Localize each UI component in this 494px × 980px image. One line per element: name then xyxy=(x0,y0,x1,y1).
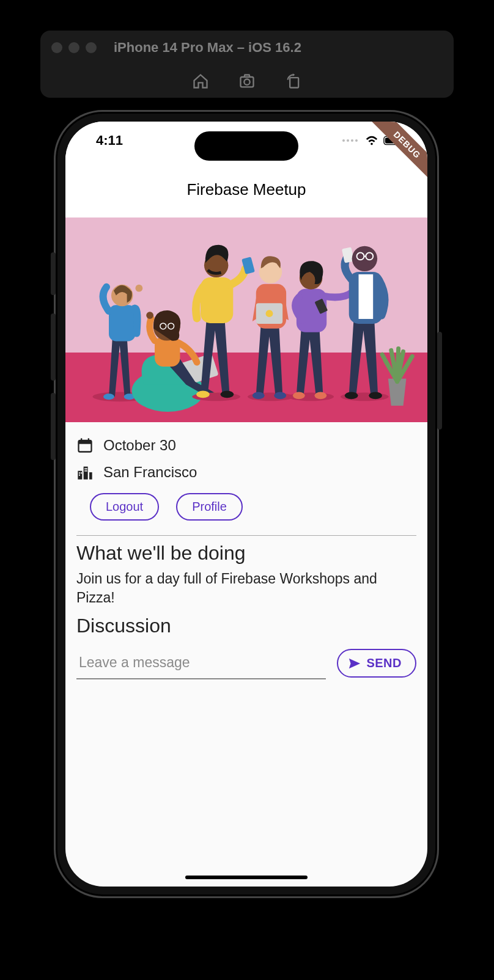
svg-point-38 xyxy=(293,392,305,399)
event-city-row: San Francisco xyxy=(76,459,416,486)
phone-screen: DEBUG 4:11 Firebase Meetup xyxy=(65,122,427,887)
app-title: Firebase Meetup xyxy=(65,159,427,218)
svg-point-1 xyxy=(244,79,249,84)
svg-point-44 xyxy=(352,246,377,271)
svg-point-15 xyxy=(146,312,153,319)
svg-rect-60 xyxy=(84,468,86,469)
section-body: Join us for a day full of Firebase Works… xyxy=(76,569,416,607)
svg-point-32 xyxy=(274,392,286,399)
svg-point-48 xyxy=(345,392,358,399)
volume-down-button xyxy=(51,393,56,460)
event-city: San Francisco xyxy=(103,464,197,481)
home-icon[interactable] xyxy=(192,73,209,90)
svg-rect-56 xyxy=(89,472,92,480)
screenshot-icon[interactable] xyxy=(238,73,256,90)
event-date-row: October 30 xyxy=(76,432,416,459)
svg-point-10 xyxy=(103,393,114,400)
send-label: SEND xyxy=(366,656,402,670)
svg-point-29 xyxy=(266,310,273,317)
svg-rect-58 xyxy=(81,472,82,474)
rotate-icon[interactable] xyxy=(285,73,302,90)
svg-rect-2 xyxy=(290,78,298,87)
send-button[interactable]: SEND xyxy=(337,649,416,678)
send-icon xyxy=(348,657,361,670)
message-row: SEND xyxy=(76,642,416,684)
svg-rect-61 xyxy=(86,468,87,469)
svg-rect-42 xyxy=(359,274,374,319)
window-traffic-lights[interactable] xyxy=(51,42,97,53)
svg-point-24 xyxy=(196,390,210,398)
message-input[interactable] xyxy=(76,647,326,678)
svg-rect-62 xyxy=(84,470,86,472)
volume-up-button xyxy=(51,313,56,381)
svg-point-49 xyxy=(369,392,382,399)
svg-rect-51 xyxy=(79,441,92,444)
svg-point-25 xyxy=(221,390,234,398)
cellular-icon xyxy=(342,139,358,142)
simulator-toolbar xyxy=(51,64,443,98)
simulator-title: iPhone 14 Pro Max – iOS 16.2 xyxy=(114,40,301,56)
svg-point-31 xyxy=(253,392,265,399)
device-frame: DEBUG 4:11 Firebase Meetup xyxy=(54,110,439,898)
divider xyxy=(76,535,416,536)
dynamic-island xyxy=(194,131,298,161)
silent-switch xyxy=(51,252,56,295)
action-buttons-row: Logout Profile xyxy=(76,486,416,532)
wifi-icon xyxy=(365,135,378,146)
city-icon xyxy=(76,464,94,481)
svg-rect-63 xyxy=(86,470,87,472)
home-indicator[interactable] xyxy=(185,876,308,879)
power-button xyxy=(437,332,442,430)
svg-point-39 xyxy=(314,392,326,399)
profile-button[interactable]: Profile xyxy=(176,493,243,521)
status-time: 4:11 xyxy=(96,133,123,148)
minimize-icon[interactable] xyxy=(68,42,79,53)
event-date: October 30 xyxy=(103,437,176,454)
event-content: October 30 San Francisco L xyxy=(65,422,427,684)
simulator-window-bar: iPhone 14 Pro Max – iOS 16.2 xyxy=(40,31,454,98)
zoom-icon[interactable] xyxy=(86,42,97,53)
svg-rect-59 xyxy=(79,475,80,476)
logout-button[interactable]: Logout xyxy=(90,493,159,521)
svg-point-8 xyxy=(135,285,142,292)
discussion-heading: Discussion xyxy=(76,615,416,637)
message-field-wrap xyxy=(76,647,326,679)
calendar-icon xyxy=(76,437,94,454)
close-icon[interactable] xyxy=(51,42,62,53)
section-heading: What we'll be doing xyxy=(76,542,416,565)
hero-illustration xyxy=(65,218,427,422)
svg-rect-55 xyxy=(84,467,88,480)
svg-rect-57 xyxy=(79,472,80,474)
